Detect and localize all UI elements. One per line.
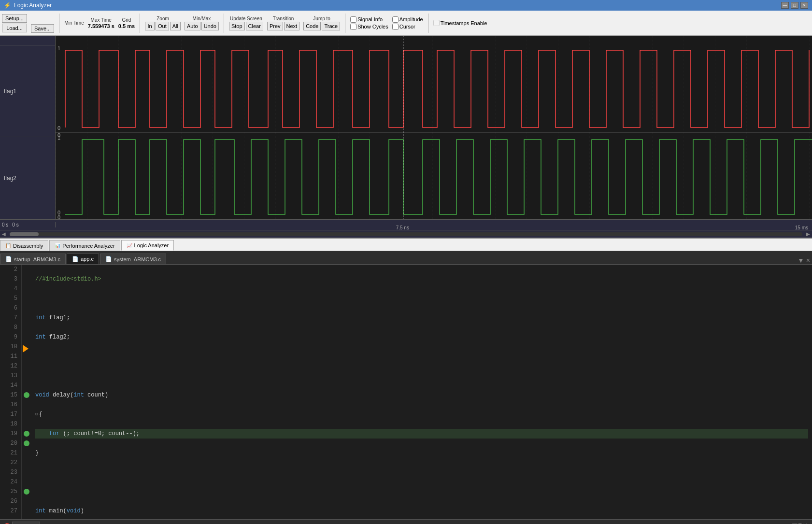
- fold-9[interactable]: ⊟: [35, 410, 38, 419]
- minimize-button[interactable]: —: [781, 2, 789, 9]
- line-num-21: 21: [4, 448, 17, 458]
- show-cycles-checkbox[interactable]: [350, 24, 356, 30]
- scroll-left-arrow[interactable]: ◀: [0, 231, 8, 237]
- grid-group: Grid 0.5 ms: [118, 17, 135, 29]
- min-max-buttons: Auto Undo: [185, 22, 219, 30]
- load-button[interactable]: Load...: [2, 24, 27, 32]
- code-line-4: int flag1;: [35, 313, 808, 323]
- code-main-close: ): [81, 506, 84, 516]
- flag2-label: flag2: [4, 175, 16, 182]
- tab-disassembly-label: Disassembly: [13, 243, 43, 249]
- bottom-bar: 🔴 Watch 1 CSDN@YunB西风妹: [0, 519, 812, 524]
- waveform-scrollbar-thumb[interactable]: [10, 232, 39, 236]
- code-line-7: [35, 371, 808, 381]
- code-button[interactable]: Code: [303, 22, 321, 30]
- undo-button[interactable]: Undo: [201, 22, 219, 30]
- tab-disassembly[interactable]: 📋 Disassembly: [0, 240, 48, 251]
- line-num-15: 15: [4, 390, 17, 400]
- disassembly-icon: 📋: [5, 243, 11, 248]
- line-num-27: 27: [4, 506, 17, 516]
- max-time-group: Max Time 7.559473 s: [88, 17, 114, 29]
- line-num-18: 18: [4, 419, 17, 429]
- update-screen-buttons: Stop Clear: [229, 22, 263, 30]
- waveform-scrollbar-track[interactable]: [10, 232, 802, 236]
- code-line-10: for (; count!=0; count--);: [35, 429, 808, 439]
- zoom-all-button[interactable]: All: [170, 22, 181, 30]
- code-tab-startup[interactable]: 📄 startup_ARMCM3.c: [0, 254, 66, 264]
- performance-icon: 📊: [55, 243, 60, 248]
- code-content[interactable]: 2 3 4 5 6 7 8 9 10 11 12 13 14 15 16 17 …: [0, 265, 812, 519]
- zoom-in-button[interactable]: In: [145, 22, 155, 30]
- trace-button[interactable]: Trace: [322, 22, 340, 30]
- signal-info-checkbox[interactable]: [350, 16, 356, 23]
- line-num-3: 3: [4, 274, 17, 284]
- signal-info-label: Signal Info: [357, 16, 383, 22]
- close-button[interactable]: ×: [800, 2, 808, 9]
- waveform-canvas-area[interactable]: 1 0 0 1 0 0: [56, 36, 812, 219]
- code-comment-2: //#include<stdio.h>: [35, 274, 101, 284]
- grid-label: Grid: [122, 17, 131, 23]
- line-num-14: 14: [4, 381, 17, 390]
- tab-logic-analyzer[interactable]: 📈 Logic Analyzer: [121, 240, 174, 251]
- amplitude-check-group: Amplitude: [392, 16, 423, 23]
- code-tabs-scroll-left[interactable]: ▼: [798, 256, 804, 264]
- min-max-label: Min/Max: [193, 16, 211, 21]
- maximize-button[interactable]: □: [791, 2, 798, 9]
- separator-4: [345, 14, 345, 33]
- prev-button[interactable]: Prev: [267, 22, 283, 30]
- title-bar: ⚡ Logic Analyzer — □ ×: [0, 0, 812, 11]
- checkbox-group: Signal Info Show Cycles: [350, 16, 388, 30]
- stop-button[interactable]: Stop: [229, 22, 245, 30]
- zoom-out-button[interactable]: Out: [156, 22, 169, 30]
- app-tab-label: app.c: [81, 256, 94, 262]
- line-num-6: 6: [4, 303, 17, 313]
- line-numbers: 2 3 4 5 6 7 8 9 10 11 12 13 14 15 16 17 …: [0, 265, 22, 519]
- cursor-checkbox[interactable]: [392, 24, 399, 30]
- waveform-area: flag1 flag2 1 0 0 1: [0, 36, 812, 219]
- jump-to-group: Jump to Code Trace: [303, 16, 340, 30]
- timestamps-checkbox[interactable]: [433, 20, 440, 26]
- code-main-sig: main(: [46, 506, 67, 516]
- watch-tab[interactable]: Watch 1: [12, 522, 40, 524]
- clear-button[interactable]: Clear: [246, 22, 263, 30]
- line-num-7: 7: [4, 313, 17, 323]
- line-num-4: 4: [4, 284, 17, 294]
- code-tab-system[interactable]: 📄 system_ARMCM3.c: [100, 254, 166, 264]
- line-num-10: 10: [4, 342, 17, 352]
- tab-performance[interactable]: 📊 Performance Analyzer: [49, 240, 120, 251]
- time-end-label: 15 ms: [795, 225, 808, 230]
- code-area: 📄 startup_ARMCM3.c 📄 app.c 📄 system_ARMC…: [0, 251, 812, 519]
- save-button[interactable]: Save...: [31, 24, 54, 33]
- line-num-16: 16: [4, 400, 17, 410]
- auto-button[interactable]: Auto: [185, 22, 200, 30]
- line-num-23: 23: [4, 467, 17, 477]
- grid-value: 0.5 ms: [118, 23, 135, 29]
- gutter-dot-line25: [24, 489, 29, 495]
- setup-button[interactable]: Setup...: [2, 14, 27, 23]
- timestamps-group: Timestamps Enable: [433, 20, 487, 26]
- code-text[interactable]: //#include<stdio.h> int flag1; int flag2…: [31, 265, 812, 519]
- title-icon: ⚡: [4, 2, 11, 9]
- code-tabs-close[interactable]: ×: [806, 256, 810, 264]
- line-num-20: 20: [4, 439, 17, 448]
- jump-to-label: Jump to: [313, 16, 330, 21]
- startup-tab-icon: 📄: [5, 256, 12, 262]
- title-bar-left: ⚡ Logic Analyzer: [4, 2, 52, 9]
- code-gutter: [22, 265, 31, 519]
- amplitude-label: Amplitude: [399, 16, 423, 22]
- signal-label-flag1: flag1: [0, 45, 55, 137]
- svg-text:0: 0: [57, 125, 60, 131]
- amplitude-checkbox[interactable]: [392, 16, 399, 23]
- line-num-8: 8: [4, 323, 17, 332]
- tab-logic-label: Logic Analyzer: [134, 242, 169, 248]
- max-time-value: 7.559473 s: [88, 23, 114, 29]
- min-time-group: Min Time: [64, 20, 84, 26]
- save-group: Save...: [31, 14, 54, 33]
- scroll-right-arrow[interactable]: ▶: [804, 231, 812, 237]
- svg-text:1: 1: [57, 45, 60, 51]
- code-tab-app[interactable]: 📄 app.c: [67, 254, 99, 264]
- logic-icon: 📈: [127, 243, 132, 248]
- next-button[interactable]: Next: [284, 22, 300, 30]
- separator-3: [224, 14, 224, 33]
- signal-label-header: [0, 36, 55, 45]
